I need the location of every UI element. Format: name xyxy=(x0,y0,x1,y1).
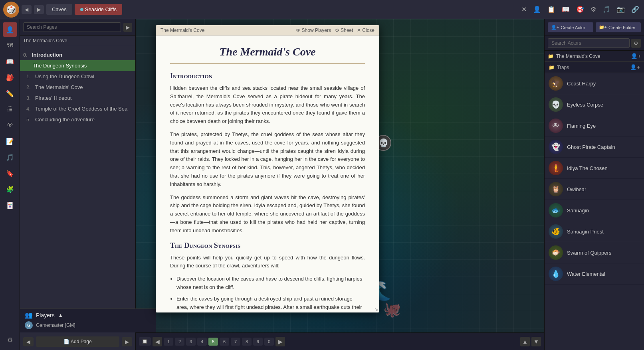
left-icon-journal[interactable]: 📖 xyxy=(3,54,17,69)
left-icon-settings[interactable]: ⚙ xyxy=(3,332,17,347)
map-area[interactable]: ⚔ 🧜 💀 🌊 🐙 🔲 ◀ 1 2 3 4 5 6 7 8 9 0 ▶ ▲ ▼ xyxy=(136,19,544,350)
doc-paragraph-1: Hidden between the cliffs and sea stacks… xyxy=(170,84,365,126)
folder-user-btn[interactable]: 👤+ xyxy=(631,53,641,59)
journal-item-dungeon-synopsis[interactable]: The Dungeon Synopsis xyxy=(20,60,135,71)
map-num-right[interactable]: ▶ xyxy=(275,337,285,346)
doc-resize-handle[interactable]: ↘ xyxy=(373,306,379,312)
left-icon-eye[interactable]: 👁 xyxy=(3,118,17,132)
camera-icon-btn[interactable]: 📷 xyxy=(615,5,626,14)
journal-expand-btn[interactable]: ▶ xyxy=(123,23,132,32)
book-icon-btn[interactable]: 📖 xyxy=(560,5,571,14)
map-tool-btn[interactable]: 🔲 xyxy=(139,337,151,346)
right-top-bar: 👤+ Create Actor 📁+ Create Folder xyxy=(545,19,644,36)
close-icon-btn[interactable]: ✕ xyxy=(520,5,528,14)
doc-main-title: The Mermaid's Cove xyxy=(170,45,365,64)
left-icon-card[interactable]: 🃏 xyxy=(3,198,17,212)
music-icon-btn[interactable]: 🎵 xyxy=(601,5,612,14)
water-elemental-name: Water Elemental xyxy=(567,271,605,277)
map-scroll-down[interactable]: ▼ xyxy=(531,337,541,346)
flaming-eye-name: Flaming Eye xyxy=(567,123,596,129)
map-num-7: 7 xyxy=(231,338,240,346)
map-scroll-up[interactable]: ▲ xyxy=(520,337,530,346)
actor-swarm[interactable]: 🐡 Swarm of Quippers xyxy=(545,242,644,263)
actor-water-elemental[interactable]: 💧 Water Elemental xyxy=(545,263,644,285)
journal-icon-btn[interactable]: 📋 xyxy=(546,5,557,14)
traps-user-btn[interactable]: 👤+ xyxy=(630,64,640,70)
actor-coast-harpy[interactable]: 🦅 Coast Harpy xyxy=(545,73,644,94)
journal-item-1[interactable]: 1. Using the Dungeon Crawl xyxy=(20,71,135,82)
left-icon-items[interactable]: 🎒 xyxy=(3,70,17,85)
nav-forward-button[interactable]: ▶ xyxy=(34,5,44,14)
right-panel: 👤+ Create Actor 📁+ Create Folder ⚙ 📁 The… xyxy=(544,19,644,350)
journal-item-5[interactable]: 5. Concluding the Adventure xyxy=(20,114,135,125)
map-num-left[interactable]: ◀ xyxy=(153,337,162,346)
left-icon-note[interactable]: 📝 xyxy=(3,134,17,148)
left-icon-bookmark[interactable]: 🔖 xyxy=(3,166,17,180)
left-icon-map[interactable]: 🗺 xyxy=(3,38,17,53)
journal-prev-btn[interactable]: ◀ xyxy=(23,337,34,346)
logo-button[interactable]: 🎲 xyxy=(3,2,19,18)
actor-flaming-eye[interactable]: 👁 Flaming Eye xyxy=(545,115,644,136)
journal-item-introduction[interactable]: 0. Introduction xyxy=(20,49,135,60)
chain-icon-btn[interactable]: 🔗 xyxy=(630,5,641,14)
doc-paragraph-2: The pirates, protected by Thetys, the cr… xyxy=(170,131,365,189)
left-icon-puzzle[interactable]: 🧩 xyxy=(3,182,17,196)
map-num-5[interactable]: 5 xyxy=(208,338,218,346)
tab-caves[interactable]: Caves xyxy=(46,4,72,15)
journal-item-2[interactable]: 2. The Mermaids' Cove xyxy=(20,82,135,93)
gear-icon-btn[interactable]: ⚙ xyxy=(589,5,598,14)
journal-list: 0. Introduction The Dungeon Synopsis 1. … xyxy=(20,46,135,333)
left-icon-user[interactable]: 👤 xyxy=(3,22,17,37)
target-icon-btn[interactable]: 🎯 xyxy=(575,5,586,14)
doc-actions: 👁 Show Players ⚙ Sheet ✕ Close xyxy=(296,28,375,33)
idiya-name: Idiya The Chosen xyxy=(567,165,608,171)
search-pages-input[interactable] xyxy=(23,22,121,32)
journal-title-text: The Mermaid's Cove xyxy=(23,38,67,44)
actor-owlbear[interactable]: 🦉 Owlbear xyxy=(545,179,644,200)
add-page-btn[interactable]: 📄 Add Page xyxy=(36,336,119,347)
logo-icon: 🎲 xyxy=(6,5,16,14)
search-actors-input[interactable] xyxy=(548,38,630,48)
actors-list: 📁 Traps 👤+ 🦅 Coast Harpy 💀 Eyeless Corps… xyxy=(545,62,644,350)
player-gamemaster: G Gamemaster [GM] xyxy=(25,320,151,330)
gamemaster-avatar: G xyxy=(25,321,33,329)
map-num-0: 0 xyxy=(264,338,274,346)
show-players-btn[interactable]: 👁 Show Players xyxy=(296,28,331,33)
journal-next-btn[interactable]: ▶ xyxy=(122,337,132,346)
search-filter-btn[interactable]: ⚙ xyxy=(631,39,641,48)
sahuagin-priest-name: Sahuagin Priest xyxy=(567,229,604,235)
left-icon-building[interactable]: 🏛 xyxy=(3,102,17,117)
coast-harpy-name: Coast Harpy xyxy=(567,81,596,87)
players-bar: 👥 Players ▲ G Gamemaster [GM] xyxy=(20,308,156,332)
actor-sahuagin[interactable]: 🐟 Sahuagin xyxy=(545,200,644,221)
create-folder-btn[interactable]: 📁+ Create Folder xyxy=(596,22,641,32)
doc-synopsis-intro: These points will help you quickly get u… xyxy=(170,254,365,271)
left-icon-music[interactable]: 🎵 xyxy=(3,150,17,164)
owlbear-name: Owlbear xyxy=(567,186,586,192)
sheet-btn[interactable]: ⚙ Sheet xyxy=(335,28,353,33)
journal-panel: ▶ The Mermaid's Cove 0. Introduction The… xyxy=(20,19,136,350)
actor-sahuagin-priest[interactable]: 🐠 Sahuagin Priest xyxy=(545,221,644,242)
user-icon-btn[interactable]: 👤 xyxy=(531,5,543,14)
journal-item-4[interactable]: 4. Temple of the Cruel Goddess of the Se… xyxy=(20,103,135,114)
right-folder-header: 📁 The Mermaid's Cove 👤+ xyxy=(545,51,644,62)
actor-eyeless-corpse[interactable]: 💀 Eyeless Corpse xyxy=(545,94,644,115)
players-header[interactable]: 👥 Players ▲ xyxy=(25,311,151,319)
sahuagin-priest-avatar: 🐠 xyxy=(549,224,563,239)
water-elemental-avatar: 💧 xyxy=(549,267,563,281)
map-num-9: 9 xyxy=(253,338,263,346)
create-actor-btn[interactable]: 👤+ Create Actor xyxy=(548,22,593,32)
close-modal-btn[interactable]: ✕ Close xyxy=(357,28,375,33)
actor-ghost-pirate[interactable]: 👻 Ghost Pirate Captain xyxy=(545,136,644,158)
main-area: 👤 🗺 📖 🎒 ✏️ 🏛 👁 📝 🎵 🔖 🧩 🃏 ⚙ ▶ The Mermaid… xyxy=(0,19,644,350)
doc-section-intro-title: Introduction xyxy=(170,72,365,80)
players-icon: 👥 xyxy=(25,311,33,319)
actor-idiya[interactable]: 🧜 Idiya The Chosen xyxy=(545,158,644,179)
players-label: Players xyxy=(36,312,55,318)
left-icon-pen[interactable]: ✏️ xyxy=(3,86,17,101)
journal-item-3[interactable]: 3. Pirates' Hideout xyxy=(20,93,135,103)
nav-back-button[interactable]: ◀ xyxy=(22,5,32,14)
tab-seaside-cliffs[interactable]: Seaside Cliffs xyxy=(75,4,122,15)
document-modal: The Mermaid's Cove 👁 Show Players ⚙ Shee… xyxy=(156,25,379,312)
tab-dot xyxy=(80,8,83,11)
